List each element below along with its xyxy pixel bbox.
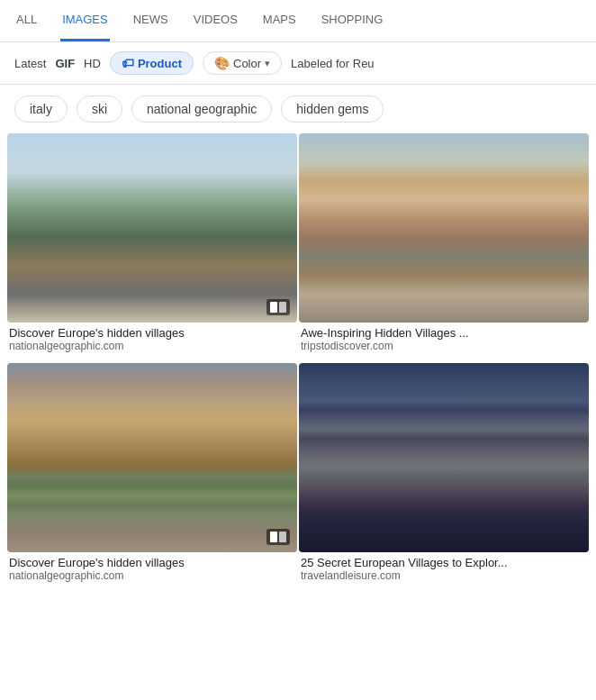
image-source: nationalgeographic.com [7, 569, 297, 582]
filter-latest[interactable]: Latest [14, 57, 46, 70]
image-item-img2[interactable]: Awe-Inspiring Hidden Villages ...tripsto… [299, 133, 589, 356]
nav-tab-all[interactable]: ALL [14, 0, 39, 41]
chip-ski[interactable]: ski [77, 95, 122, 123]
slide-indicator [266, 529, 290, 545]
image-source: tripstodiscover.com [299, 340, 589, 352]
image-title: Discover Europe's hidden villages [7, 556, 297, 569]
filter-labeled[interactable]: Labeled for Reu [291, 57, 375, 70]
slide-dot [279, 302, 286, 313]
image-item-img4[interactable]: 25 Secret European Villages to Explor...… [299, 363, 589, 586]
filter-label: Product [138, 57, 182, 70]
image-item-img1[interactable]: Discover Europe's hidden villagesnationa… [7, 133, 297, 356]
nav-tab-images[interactable]: IMAGES [60, 0, 110, 41]
image-thumbnail-img1 [7, 133, 297, 323]
chevron-down-icon: ▾ [265, 58, 270, 69]
nav-tab-maps[interactable]: MAPS [261, 0, 298, 41]
image-thumbnail-img2 [299, 133, 589, 323]
image-title: Awe-Inspiring Hidden Villages ... [299, 326, 589, 340]
filter-product[interactable]: 🏷Product [110, 51, 194, 75]
nav-tab-news[interactable]: NEWS [131, 0, 170, 41]
nav-tab-shopping[interactable]: SHOPPING [320, 0, 385, 41]
image-thumbnail-img4 [299, 363, 589, 552]
image-title: Discover Europe's hidden villages [7, 326, 297, 340]
slide-dot-active [270, 532, 277, 542]
filter-gif[interactable]: GIF [55, 57, 75, 70]
image-source: travelandleisure.com [299, 569, 589, 582]
tag-icon: 🏷 [122, 56, 134, 70]
filter-label: Color [233, 57, 261, 70]
slide-indicator [266, 299, 290, 315]
slide-dot-active [270, 302, 277, 313]
filter-color[interactable]: 🎨Color▾ [203, 51, 282, 75]
palette-icon: 🎨 [214, 56, 230, 70]
filter-hd[interactable]: HD [84, 57, 101, 70]
nav-tab-videos[interactable]: VIDEOS [192, 0, 239, 41]
image-title: 25 Secret European Villages to Explor... [299, 556, 589, 569]
image-source: nationalgeographic.com [7, 340, 297, 352]
chip-hidden-gems[interactable]: hidden gems [281, 95, 384, 123]
image-thumbnail-img3 [7, 363, 297, 552]
chip-italy[interactable]: italy [14, 95, 68, 123]
chips-bar: italyskinational geographichidden gems [0, 85, 596, 133]
chip-national-geographic[interactable]: national geographic [131, 95, 272, 123]
image-item-img3[interactable]: Discover Europe's hidden villagesnationa… [7, 363, 297, 586]
nav-tabs: ALLIMAGESNEWSVIDEOSMAPSSHOPPING [0, 0, 596, 42]
slide-dot [279, 532, 286, 542]
filter-bar: LatestGIFHD🏷Product🎨Color▾Labeled for Re… [0, 42, 596, 85]
image-grid: Discover Europe's hidden villagesnationa… [0, 133, 596, 591]
